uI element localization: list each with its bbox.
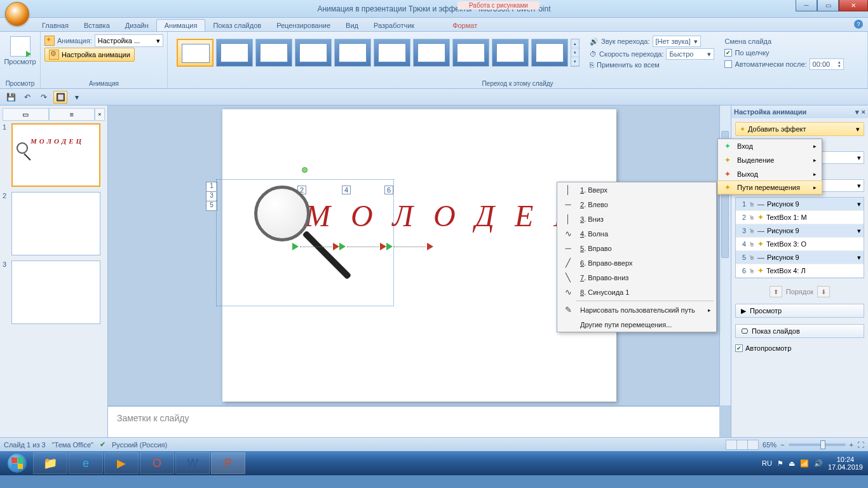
transition-item[interactable]: [334, 39, 371, 67]
path-up[interactable]: │1. Вверх: [557, 182, 716, 197]
tab-review[interactable]: Рецензирование: [269, 20, 338, 31]
tray-network-icon[interactable]: 📶: [800, 459, 809, 468]
normal-view-button[interactable]: [726, 440, 737, 450]
tab-format[interactable]: Формат: [445, 20, 485, 31]
tray-clock[interactable]: 10:2417.04.2019: [828, 456, 863, 471]
help-icon[interactable]: ?: [854, 20, 863, 29]
tab-slideshow[interactable]: Показ слайдов: [205, 20, 269, 31]
taskpane-close-icon[interactable]: ×: [862, 108, 865, 116]
thumb-close[interactable]: ×: [95, 108, 105, 120]
tab-design[interactable]: Дизайн: [118, 20, 156, 31]
maximize-button[interactable]: ▭: [817, 0, 839, 11]
thumbnail-3[interactable]: 3: [3, 261, 105, 324]
play-button[interactable]: ▶Просмотр: [735, 304, 864, 318]
autopreview-checkbox[interactable]: ✔: [735, 344, 743, 352]
rotate-handle[interactable]: [302, 167, 308, 173]
undo-icon[interactable]: ↶: [20, 91, 34, 104]
custom-animation-button[interactable]: Настройка анимации: [44, 48, 135, 62]
anim-list-row[interactable]: 4🖱✦TextBox 3: О: [736, 238, 864, 251]
slides-tab[interactable]: ▭: [3, 108, 49, 120]
auto-after-time[interactable]: 00:00▴▾: [810, 58, 844, 70]
fx-exit[interactable]: ✦Выход▸: [718, 167, 822, 181]
qat-selection-icon[interactable]: 🔲: [53, 91, 67, 104]
taskpane-menu-icon[interactable]: ▾: [855, 108, 859, 116]
path-down[interactable]: │3. Вниз: [557, 212, 716, 226]
path-left[interactable]: ─2. Влево: [557, 197, 716, 212]
transition-item[interactable]: [492, 39, 529, 67]
anim-list-row[interactable]: 1🖱—Рисунок 9▾: [736, 198, 864, 211]
minimize-button[interactable]: ─: [796, 0, 817, 11]
tab-insert[interactable]: Вставка: [76, 20, 118, 31]
tray-safely-remove-icon[interactable]: ⏏: [789, 459, 795, 468]
tray-language[interactable]: RU: [762, 459, 772, 467]
path-upright[interactable]: ╱6. Вправо-вверх: [557, 255, 716, 270]
notes-pane[interactable]: Заметки к слайду: [108, 405, 719, 437]
motion-path[interactable]: [292, 243, 433, 250]
preview-icon[interactable]: [10, 36, 31, 57]
magnifier-image[interactable]: [254, 186, 310, 241]
zoom-in-icon[interactable]: +: [850, 441, 853, 449]
thumbnail-1[interactable]: 1 МОЛОДЕЦ: [3, 123, 105, 187]
opera-icon[interactable]: O: [140, 452, 174, 474]
media-icon[interactable]: ▶: [104, 452, 139, 474]
fx-emphasis[interactable]: ✦Выделение▸: [718, 153, 822, 167]
save-icon[interactable]: 💾: [4, 91, 18, 104]
start-button[interactable]: [3, 452, 32, 474]
sound-combo[interactable]: [Нет звука]▾: [653, 36, 701, 47]
preview-button[interactable]: Просмотр: [4, 58, 36, 65]
animation-list[interactable]: 1🖱—Рисунок 9▾2🖱✦TextBox 1: М3🖱—Рисунок 9…: [735, 197, 864, 278]
tab-home[interactable]: Главная: [34, 20, 76, 31]
explorer-icon[interactable]: 📁: [33, 452, 67, 474]
tray-volume-icon[interactable]: 🔊: [814, 459, 823, 468]
fit-window-icon[interactable]: ⛶: [857, 441, 864, 449]
zoom-slider[interactable]: [789, 444, 846, 446]
status-language[interactable]: Русский (Россия): [112, 441, 167, 449]
transition-item[interactable]: [413, 39, 450, 67]
gallery-scroll[interactable]: ▴▾▾: [571, 39, 580, 67]
qat-dropdown[interactable]: ▾: [70, 91, 84, 104]
transition-gallery[interactable]: ▴▾▾: [172, 34, 585, 72]
transition-item[interactable]: [216, 39, 253, 67]
path-more[interactable]: Другие пути перемещения...: [557, 317, 716, 332]
redo-icon[interactable]: ↷: [37, 91, 51, 104]
tray-action-center-icon[interactable]: ⚑: [777, 459, 783, 468]
anim-list-row[interactable]: 5🖱—Рисунок 9▾: [736, 251, 864, 264]
close-button[interactable]: ✕: [839, 0, 868, 11]
on-click-checkbox[interactable]: ✔: [724, 49, 732, 57]
transition-item[interactable]: [295, 39, 332, 67]
transition-none[interactable]: [177, 39, 214, 67]
sorter-view-button[interactable]: [736, 440, 748, 450]
path-wave[interactable]: ∿4. Волна: [557, 226, 716, 241]
slideshow-button[interactable]: 🖵Показ слайдов: [735, 324, 864, 338]
move-up-button[interactable]: ⬆: [770, 286, 782, 297]
trans-speed-combo[interactable]: Быстро▾: [666, 48, 714, 60]
tab-developer[interactable]: Разработчик: [366, 20, 422, 31]
word-icon[interactable]: W: [175, 452, 210, 474]
thumbnail-2[interactable]: 2: [3, 192, 105, 255]
zoom-out-icon[interactable]: −: [780, 441, 784, 449]
office-button[interactable]: [5, 2, 29, 26]
move-down-button[interactable]: ⬇: [817, 286, 830, 297]
anim-list-row[interactable]: 2🖱✦TextBox 1: М: [736, 211, 864, 224]
anim-list-row[interactable]: 3🖱—Рисунок 9▾: [736, 224, 864, 238]
fx-entry[interactable]: ✦Вход▸: [718, 139, 822, 153]
powerpoint-icon[interactable]: P: [211, 452, 245, 474]
fx-motion[interactable]: ✦Пути перемещения▸: [717, 180, 822, 194]
transition-item[interactable]: [452, 39, 489, 67]
tab-view[interactable]: Вид: [338, 20, 366, 31]
path-downright[interactable]: ╲7. Вправо-вниз: [557, 270, 716, 285]
path-right[interactable]: ─5. Вправо: [557, 241, 716, 255]
transition-item[interactable]: [255, 39, 292, 67]
animate-combo[interactable]: Настройка ...▾: [95, 34, 163, 47]
anim-list-row[interactable]: 6🖱✦TextBox 4: Л: [736, 264, 864, 278]
slideshow-view-button[interactable]: [747, 440, 759, 450]
transition-item[interactable]: [531, 39, 568, 67]
tab-animation[interactable]: Анимация: [156, 19, 206, 31]
add-effect-button[interactable]: ✦Добавить эффект▾: [735, 122, 864, 136]
outline-tab[interactable]: ≡: [49, 108, 95, 120]
path-custom[interactable]: ✎Нарисовать пользовательский путь▸: [557, 302, 716, 317]
auto-after-checkbox[interactable]: [724, 60, 732, 68]
apply-all-button[interactable]: ⎘Применить ко всем: [590, 61, 714, 69]
transition-item[interactable]: [374, 39, 410, 67]
ie-icon[interactable]: e: [69, 452, 103, 474]
